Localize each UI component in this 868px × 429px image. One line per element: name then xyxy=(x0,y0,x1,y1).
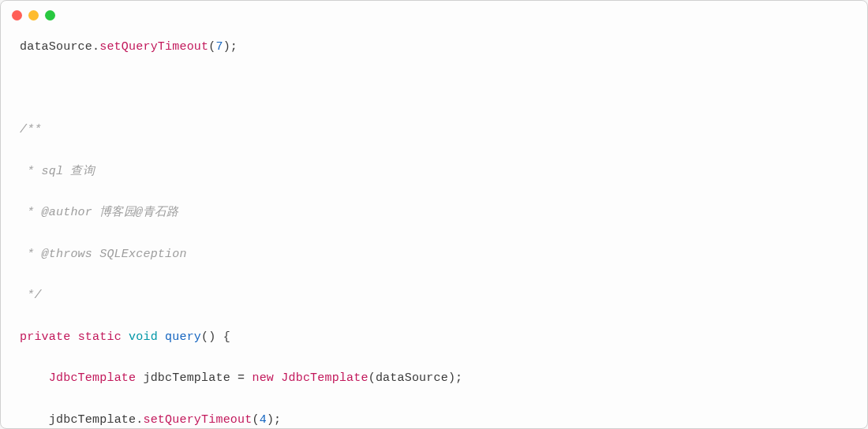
keyword: static xyxy=(78,330,122,344)
code-line: jdbcTemplate.setQueryTimeout(4); xyxy=(20,410,848,430)
comment-line: */ xyxy=(20,285,848,306)
comment-line: * @author 博客园@青石路 xyxy=(20,203,848,223)
minimize-icon[interactable] xyxy=(28,10,39,21)
class-name: JdbcTemplate xyxy=(281,371,368,385)
comment-line: * @throws SQLException xyxy=(20,244,848,265)
code-line: dataSource.setQueryTimeout(7); xyxy=(20,37,848,58)
code-line: private static void query() { xyxy=(20,327,848,348)
identifier: jdbcTemplate xyxy=(49,413,136,427)
window-titlebar xyxy=(1,1,867,29)
maximize-icon[interactable] xyxy=(45,10,55,21)
code-window: dataSource.setQueryTimeout(7); /** * sql… xyxy=(0,0,868,429)
identifier: dataSource xyxy=(376,371,448,385)
code-line: JdbcTemplate jdbcTemplate = new JdbcTemp… xyxy=(20,368,848,389)
function-name: query xyxy=(165,330,201,344)
type: void xyxy=(129,330,158,344)
blank-line xyxy=(20,79,848,99)
method-call: setQueryTimeout xyxy=(143,413,252,427)
class-name: JdbcTemplate xyxy=(49,371,136,385)
method-call: setQueryTimeout xyxy=(99,40,208,54)
comment-line: /** xyxy=(20,120,848,140)
identifier: dataSource xyxy=(20,40,92,54)
keyword: private xyxy=(20,330,70,344)
code-editor[interactable]: dataSource.setQueryTimeout(7); /** * sql… xyxy=(1,29,867,429)
number-literal: 4 xyxy=(260,413,267,427)
number-literal: 7 xyxy=(215,40,223,54)
comment-line: * sql 查询 xyxy=(20,162,848,182)
keyword: new xyxy=(252,371,274,385)
identifier: jdbcTemplate xyxy=(143,371,230,385)
close-icon[interactable] xyxy=(12,10,22,21)
